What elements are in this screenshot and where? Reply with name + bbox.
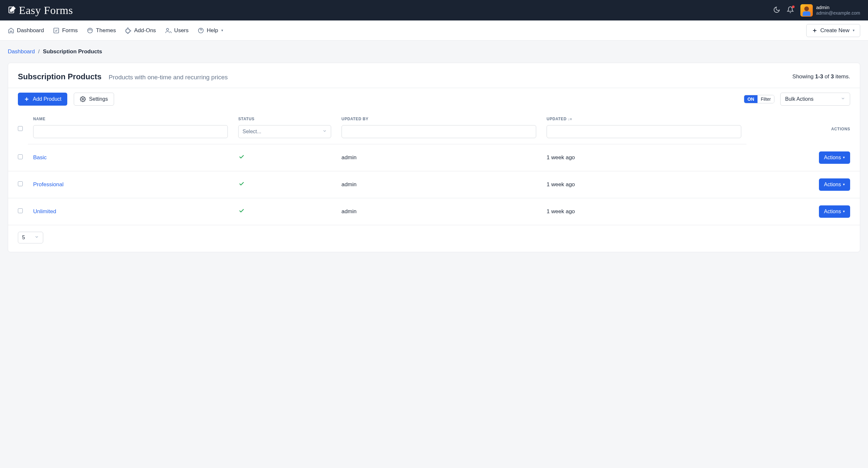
check-icon (238, 155, 245, 161)
updated-at: 1 week ago (547, 181, 575, 188)
filter-updated-input[interactable] (547, 125, 741, 138)
bell-icon[interactable] (787, 6, 794, 14)
user-email: admin@example.com (816, 10, 860, 16)
palette-icon (87, 27, 93, 34)
breadcrumb-dashboard[interactable]: Dashboard (8, 49, 35, 55)
updated-by: admin (342, 208, 356, 215)
nav-users[interactable]: Users (165, 22, 188, 40)
svg-point-3 (89, 30, 89, 30)
page-subtitle: Products with one-time and recurring pri… (108, 74, 227, 81)
updated-by: admin (342, 181, 356, 188)
toolbar: Add Product Settings ON Filter Bulk Acti… (8, 88, 860, 112)
notification-dot (792, 5, 795, 8)
updated-by: admin (342, 154, 356, 161)
table-row: Unlimitedadmin1 week agoActions ▾ (8, 198, 860, 225)
check-square-icon (53, 27, 59, 34)
chevron-down-icon: ▾ (843, 182, 845, 187)
check-icon (238, 182, 245, 188)
nav-forms[interactable]: Forms (53, 22, 78, 40)
chevron-down-icon: ▾ (843, 155, 845, 160)
col-updated[interactable]: UPDATED↓≡ (541, 112, 746, 124)
chevron-down-icon (322, 129, 327, 134)
users-icon (165, 27, 172, 34)
main-content: Dashboard / Subscription Products Subscr… (0, 41, 868, 260)
updated-at: 1 week ago (547, 154, 575, 161)
row-checkbox[interactable] (18, 181, 23, 186)
nav-dashboard[interactable]: Dashboard (8, 22, 44, 40)
col-actions: ACTIONS (746, 112, 860, 144)
row-checkbox[interactable] (18, 208, 23, 213)
svg-point-8 (82, 98, 84, 100)
product-name-link[interactable]: Unlimited (33, 208, 56, 215)
filter-toggle-on: ON (744, 95, 757, 103)
sort-desc-icon: ↓≡ (568, 117, 572, 121)
plus-icon (812, 28, 818, 33)
chevron-down-icon: ▾ (221, 28, 223, 32)
home-icon (8, 27, 14, 34)
edit-square-icon (8, 5, 16, 15)
nav-addons[interactable]: Add-Ons (125, 22, 156, 40)
row-actions-button[interactable]: Actions ▾ (819, 206, 850, 218)
breadcrumb-current: Subscription Products (43, 49, 102, 55)
chevron-down-icon: ▾ (843, 209, 845, 214)
row-actions-button[interactable]: Actions ▾ (819, 179, 850, 191)
product-name-link[interactable]: Professional (33, 181, 64, 188)
product-name-link[interactable]: Basic (33, 154, 47, 161)
svg-point-4 (90, 29, 91, 30)
brand[interactable]: Easy Forms (8, 4, 73, 17)
avatar (800, 4, 813, 17)
header-right: admin admin@example.com (773, 4, 860, 17)
top-header: Easy Forms admin admin@example.com (0, 0, 868, 21)
moon-icon[interactable] (773, 6, 780, 14)
nav-themes[interactable]: Themes (87, 22, 116, 40)
breadcrumb: Dashboard / Subscription Products (8, 49, 860, 55)
check-icon (238, 209, 245, 215)
help-icon (197, 27, 204, 34)
products-table: NAME STATUS UPDATED BY UPDATED↓≡ ACTIONS… (8, 112, 860, 225)
nav-help[interactable]: Help ▾ (197, 22, 223, 40)
per-page-select[interactable]: 5 (18, 232, 43, 243)
products-card: Subscription Products Products with one-… (8, 63, 860, 252)
svg-point-6 (166, 28, 169, 31)
chevron-down-icon: ▾ (853, 28, 855, 32)
row-checkbox[interactable] (18, 154, 23, 159)
brand-name: Easy Forms (19, 4, 73, 17)
table-row: Professionaladmin1 week agoActions ▾ (8, 171, 860, 198)
user-menu[interactable]: admin admin@example.com (800, 4, 860, 17)
col-name[interactable]: NAME (28, 112, 233, 124)
filter-toggle[interactable]: ON Filter (744, 95, 774, 103)
breadcrumb-separator: / (38, 49, 40, 55)
user-name: admin (816, 5, 860, 10)
filter-toggle-label: Filter (757, 95, 774, 103)
pager: 5 (8, 225, 860, 252)
main-nav: Dashboard Forms Themes Add-Ons Users Hel… (0, 21, 868, 41)
filter-name-input[interactable] (33, 125, 228, 138)
filter-updated-by-input[interactable] (342, 125, 536, 138)
add-product-button[interactable]: Add Product (18, 93, 67, 105)
chevron-down-icon (34, 235, 39, 241)
col-status[interactable]: STATUS (233, 112, 336, 124)
chevron-down-icon (841, 96, 845, 102)
puzzle-icon (125, 27, 132, 34)
showing-count: Showing 1-3 of 3 items. (792, 73, 850, 80)
updated-at: 1 week ago (547, 208, 575, 215)
page-title: Subscription Products (18, 72, 101, 81)
gear-icon (80, 96, 86, 102)
svg-point-5 (91, 30, 92, 30)
col-updated-by[interactable]: UPDATED BY (336, 112, 541, 124)
svg-rect-1 (54, 28, 59, 33)
select-all-checkbox[interactable] (18, 126, 23, 131)
settings-button[interactable]: Settings (74, 93, 114, 105)
create-new-button[interactable]: Create New ▾ (806, 24, 860, 37)
plus-icon (24, 96, 30, 102)
row-actions-button[interactable]: Actions ▾ (819, 151, 850, 164)
filter-status-select[interactable]: Select... (238, 125, 331, 138)
bulk-actions-select[interactable]: Bulk Actions (780, 93, 850, 105)
table-row: Basicadmin1 week agoActions ▾ (8, 144, 860, 171)
